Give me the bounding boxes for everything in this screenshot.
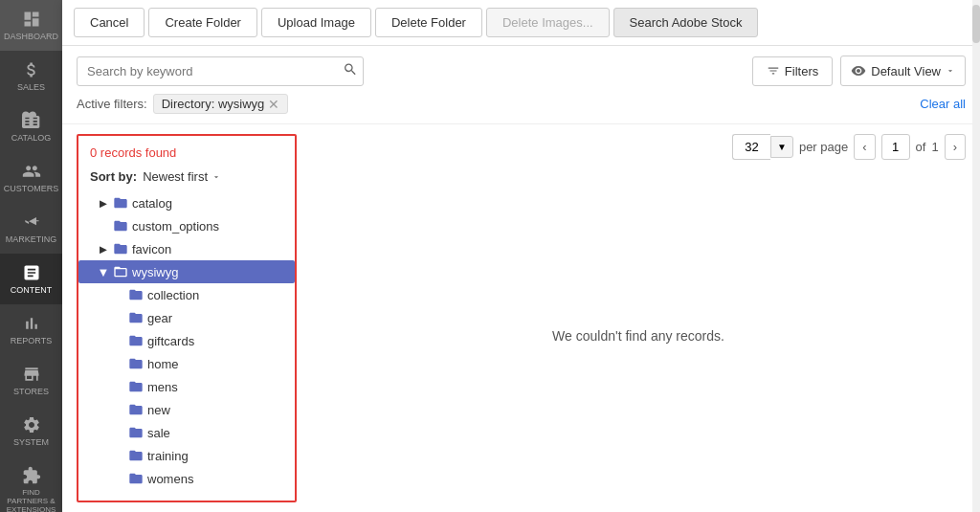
- filter-icon: [767, 64, 780, 78]
- search-submit-button[interactable]: [343, 62, 358, 80]
- folder-closed-icon: [128, 287, 144, 302]
- sidebar-item-stores[interactable]: Stores: [0, 355, 62, 406]
- empty-state-message: We couldn't find any records.: [311, 169, 966, 502]
- folder-item-new[interactable]: new: [78, 398, 295, 421]
- spacer: [113, 289, 124, 301]
- search-input-wrapper: [77, 56, 364, 86]
- toolbar: Cancel Create Folder Upload Image Delete…: [62, 0, 980, 46]
- folder-name: wysiwyg: [132, 265, 178, 279]
- sidebar-item-reports[interactable]: Reports: [0, 304, 62, 355]
- folder-closed-icon: [128, 379, 144, 394]
- folder-name: mens: [147, 380, 178, 394]
- folder-tree: ► catalog custom_options ► favicon: [78, 191, 295, 501]
- search-adobe-stock-button[interactable]: Search Adobe Stock: [613, 8, 759, 37]
- folder-name: home: [147, 357, 179, 371]
- folder-closed-icon: [128, 425, 144, 440]
- folder-item-favicon[interactable]: ► favicon: [78, 237, 295, 260]
- create-folder-button[interactable]: Create Folder: [148, 8, 256, 37]
- reports-icon: [22, 314, 41, 333]
- marketing-icon: [22, 212, 41, 232]
- sidebar-item-label: Sales: [17, 82, 45, 92]
- sales-icon: [22, 60, 41, 79]
- sidebar: Dashboard Sales Catalog Customers Market…: [0, 0, 62, 512]
- sidebar-item-marketing[interactable]: Marketing: [0, 203, 62, 254]
- spacer: [113, 358, 124, 369]
- sidebar-item-extensions[interactable]: Find Partners & Extensions: [0, 456, 62, 512]
- sidebar-item-label: Reports: [11, 336, 52, 345]
- per-page-dropdown[interactable]: ▼: [770, 136, 793, 158]
- folder-closed-icon: [113, 218, 128, 234]
- folder-name: giftcards: [147, 334, 194, 348]
- folder-tree-panel: 0 records found Sort by: Newest first ► …: [77, 134, 297, 502]
- sidebar-item-sales[interactable]: Sales: [0, 51, 62, 101]
- folder-closed-icon: [113, 195, 128, 211]
- filters-btn-label: Filters: [785, 64, 818, 78]
- upload-image-button[interactable]: Upload Image: [261, 8, 371, 37]
- clear-all-button[interactable]: Clear all: [920, 97, 966, 111]
- media-content-panel: 32 ▼ per page ‹ 1 of 1 › We couldn't fin…: [297, 124, 980, 512]
- sidebar-item-customers[interactable]: Customers: [0, 152, 62, 203]
- folder-name: custom_options: [132, 219, 219, 234]
- sidebar-item-content[interactable]: Content: [0, 254, 62, 304]
- sidebar-item-system[interactable]: System: [0, 406, 62, 456]
- folder-item-catalog[interactable]: ► catalog: [78, 191, 295, 214]
- folder-open-icon: [113, 264, 128, 279]
- folder-item-womens[interactable]: womens: [78, 467, 295, 490]
- current-page: 1: [881, 134, 910, 160]
- sidebar-item-catalog[interactable]: Catalog: [0, 101, 62, 152]
- folder-name: training: [147, 449, 189, 463]
- spacer: [113, 404, 124, 415]
- content-icon: [22, 263, 41, 282]
- filter-tag-close[interactable]: ✕: [268, 98, 279, 111]
- sort-label: Sort by:: [90, 169, 137, 184]
- folder-name: sale: [147, 426, 170, 440]
- eye-icon: [851, 63, 866, 78]
- spacer: [113, 312, 124, 323]
- cancel-button[interactable]: Cancel: [74, 8, 145, 37]
- pagination-row: 32 ▼ per page ‹ 1 of 1 ›: [311, 134, 966, 160]
- spacer: [98, 220, 109, 232]
- sidebar-item-label: Dashboard: [4, 32, 58, 41]
- scrollbar-track[interactable]: [972, 124, 980, 512]
- delete-folder-button[interactable]: Delete Folder: [375, 8, 482, 37]
- prev-page-button[interactable]: ‹: [854, 134, 875, 160]
- folder-closed-icon: [128, 356, 144, 371]
- sidebar-item-label: Customers: [4, 184, 58, 193]
- search-input[interactable]: [77, 56, 364, 86]
- filters-button[interactable]: Filters: [752, 56, 833, 86]
- page-total-label: of: [916, 140, 926, 154]
- folder-item-collection[interactable]: collection: [78, 283, 295, 306]
- view-button[interactable]: Default View: [840, 56, 966, 86]
- folder-item-custom-options[interactable]: custom_options: [78, 214, 295, 237]
- chevron-right-icon: ►: [98, 197, 109, 209]
- chevron-down-icon: ▼: [98, 266, 109, 278]
- media-storage-modal: Cancel Create Folder Upload Image Delete…: [62, 0, 980, 512]
- spacer: [113, 473, 124, 484]
- chevron-down-icon: [946, 66, 955, 76]
- folder-closed-icon: [113, 241, 128, 256]
- directory-filter-tag[interactable]: Directory: wysiwyg ✕: [153, 94, 289, 114]
- folder-item-training[interactable]: training: [78, 444, 295, 467]
- filter-row-left: Active filters: Directory: wysiwyg ✕: [77, 94, 288, 114]
- folder-item-mens[interactable]: mens: [78, 375, 295, 398]
- per-page-value: 32: [732, 134, 770, 160]
- sort-select[interactable]: Newest first: [143, 169, 221, 184]
- spacer: [113, 450, 124, 461]
- dashboard-icon: [22, 10, 41, 29]
- folder-name: favicon: [132, 242, 171, 256]
- folder-item-gear[interactable]: gear: [78, 306, 295, 329]
- search-filters-area: Filters Default View Active filters: Dir…: [62, 46, 980, 124]
- folder-item-sale[interactable]: sale: [78, 421, 295, 444]
- folder-item-wysiwyg[interactable]: ▼ wysiwyg: [78, 260, 295, 283]
- folder-name: collection: [147, 288, 199, 302]
- total-pages: 1: [931, 140, 938, 154]
- sidebar-item-dashboard[interactable]: Dashboard: [0, 0, 62, 51]
- folder-closed-icon: [128, 333, 144, 348]
- next-page-button[interactable]: ›: [945, 134, 966, 160]
- sort-chevron-icon: [212, 172, 221, 182]
- system-icon: [22, 415, 41, 434]
- content-area: 0 records found Sort by: Newest first ► …: [62, 124, 980, 512]
- folder-item-home[interactable]: home: [78, 352, 295, 375]
- folder-item-giftcards[interactable]: giftcards: [78, 329, 295, 352]
- folder-name: gear: [147, 311, 172, 325]
